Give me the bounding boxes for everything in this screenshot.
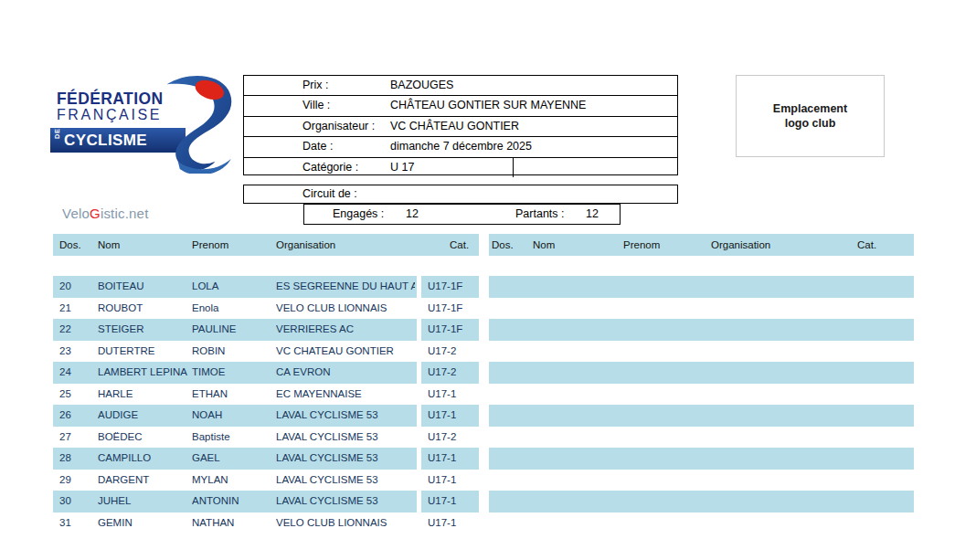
- cell-dos: 21: [59, 298, 94, 320]
- table-row: [489, 319, 914, 341]
- form-row-value: CHÂTEAU GONTIER SUR MAYENNE: [390, 96, 586, 115]
- engages-label: Engagés :: [333, 205, 384, 223]
- watermark-highlight: G: [90, 206, 101, 221]
- cell-prenom: ANTONIN: [192, 491, 274, 512]
- table-header-row: Dos.NomPrenomOrganisationCat.: [53, 234, 479, 256]
- form-row: Catégorie :U 17: [244, 158, 677, 177]
- cell-organisation: VELO CLUB LIONNAIS: [276, 298, 415, 320]
- column-header: Prenom: [192, 234, 228, 256]
- cell-dos: 23: [59, 341, 94, 363]
- table-row: [489, 362, 914, 384]
- cell-dos: 29: [59, 470, 94, 491]
- cell-organisation: LAVAL CYCLISME 53: [276, 427, 415, 449]
- logo-text-de: DE: [53, 129, 61, 139]
- form-divider: [513, 158, 514, 177]
- table-row: 27BOËDECBaptisteLAVAL CYCLISME 53U17-2: [53, 427, 479, 449]
- cell-dos: 27: [59, 427, 94, 449]
- column-header: Nom: [533, 234, 555, 256]
- table-row: 31GEMINNATHANVELO CLUB LIONNAISU17-1: [53, 512, 479, 534]
- form-row-value: BAZOUGES: [390, 76, 453, 95]
- watermark-suffix: istic.net: [101, 206, 149, 221]
- counts-box: Engagés : 12 Partants : 12: [303, 204, 621, 225]
- velogistic-watermark: VeloGistic.net: [62, 206, 149, 221]
- cell-organisation: VELO CLUB LIONNAIS: [276, 512, 415, 534]
- cell-prenom: ROBIN: [192, 341, 274, 363]
- cell-organisation: LAVAL CYCLISME 53: [276, 470, 415, 491]
- cell-cat: U17-1: [428, 384, 477, 406]
- cell-organisation: LAVAL CYCLISME 53: [276, 491, 415, 512]
- form-row-label: Ville :: [302, 96, 330, 115]
- cell-organisation: ES SEGREENNE DU HAUT AN: [276, 276, 415, 298]
- cell-organisation: VERRIERES AC: [276, 319, 415, 341]
- cell-cat: U17-2: [428, 341, 477, 363]
- form-row: Prix :BAZOUGES: [244, 76, 677, 96]
- form-row-label: Catégorie :: [302, 158, 358, 177]
- table-row: [489, 405, 914, 427]
- riders-table-left: Dos.NomPrenomOrganisationCat.20BOITEAULO…: [53, 234, 479, 535]
- table-header-row: Dos.NomPrenomOrganisationCat.: [489, 234, 914, 256]
- table-row: [489, 470, 914, 491]
- partants-value: 12: [586, 205, 599, 223]
- row-stripe: [489, 491, 914, 512]
- table-row: 20BOITEAULOLAES SEGREENNE DU HAUT ANU17-…: [53, 276, 479, 298]
- table-row: [489, 512, 914, 534]
- form-row-value: U 17: [390, 158, 414, 177]
- cell-organisation: CA EVRON: [276, 362, 415, 384]
- table-row: 28CAMPILLOGAELLAVAL CYCLISME 53U17-1: [53, 448, 479, 470]
- cell-nom: JUHEL: [98, 491, 189, 512]
- form-row: Organisateur :VC CHÂTEAU GONTIER: [244, 117, 677, 137]
- cell-nom: DUTERTRE: [98, 341, 189, 363]
- club-logo-placeholder-line1: Emplacement: [773, 101, 847, 116]
- form-row-label: Organisateur :: [302, 117, 375, 136]
- table-row: 29DARGENTMYLANLAVAL CYCLISME 53U17-1: [53, 470, 479, 491]
- race-info-form: Prix :BAZOUGESVille :CHÂTEAU GONTIER SUR…: [243, 75, 678, 175]
- cell-nom: STEIGER: [98, 319, 189, 341]
- cell-dos: 22: [59, 319, 94, 341]
- form-row: Date :dimanche 7 décembre 2025: [244, 137, 677, 157]
- cell-prenom: Baptiste: [192, 427, 274, 449]
- table-row: [489, 448, 914, 470]
- column-header: Cat.: [450, 234, 469, 256]
- cell-prenom: MYLAN: [192, 470, 274, 491]
- club-logo-placeholder-line2: logo club: [785, 116, 836, 131]
- club-logo-placeholder: Emplacement logo club: [736, 75, 885, 157]
- cyclist-swoosh-icon: [137, 71, 245, 174]
- circuit-box: Circuit de :: [243, 185, 678, 204]
- table-row: [489, 427, 914, 449]
- row-stripe: [489, 276, 914, 298]
- cell-dos: 20: [59, 276, 94, 298]
- cell-cat: U17-1: [428, 512, 477, 534]
- table-row: 30JUHELANTONINLAVAL CYCLISME 53U17-1: [53, 491, 479, 512]
- cell-cat: U17-1: [428, 448, 477, 470]
- cell-nom: CAMPILLO: [98, 448, 189, 470]
- cell-cat: U17-1F: [428, 319, 477, 341]
- table-row: [489, 298, 914, 320]
- column-header: Prenom: [623, 234, 660, 256]
- cell-cat: U17-1: [428, 470, 477, 491]
- riders-table-right: Dos.NomPrenomOrganisationCat.: [489, 234, 914, 535]
- row-stripe: [489, 319, 914, 341]
- cell-organisation: LAVAL CYCLISME 53: [276, 405, 415, 427]
- cell-dos: 30: [59, 491, 94, 512]
- cell-nom: ROUBOT: [98, 298, 189, 320]
- watermark-prefix: Velo: [62, 206, 90, 221]
- column-header: Nom: [98, 234, 120, 256]
- form-row-value: VC CHÂTEAU GONTIER: [390, 117, 519, 136]
- cell-nom: BOITEAU: [98, 276, 189, 298]
- cell-cat: U17-1: [428, 491, 477, 512]
- table-row: 24LAMBERT LEPINATIMOECA EVRONU17-2: [53, 362, 479, 384]
- cell-prenom: NATHAN: [192, 512, 274, 534]
- cell-prenom: Enola: [192, 298, 274, 320]
- ffc-logo: FÉDÉRATION FRANÇAISE DE CYCLISME: [50, 77, 244, 172]
- cell-prenom: TIMOE: [192, 362, 274, 384]
- form-row: Ville :CHÂTEAU GONTIER SUR MAYENNE: [244, 96, 677, 116]
- cell-dos: 24: [59, 362, 94, 384]
- cell-dos: 25: [59, 384, 94, 406]
- table-row: [489, 276, 914, 298]
- cell-organisation: VC CHATEAU GONTIER: [276, 341, 415, 363]
- table-row: 21ROUBOTEnolaVELO CLUB LIONNAISU17-1F: [53, 298, 479, 320]
- cell-nom: DARGENT: [98, 470, 189, 491]
- column-header: Dos.: [492, 234, 514, 256]
- column-header: Dos.: [59, 234, 81, 256]
- row-stripe: [489, 362, 914, 384]
